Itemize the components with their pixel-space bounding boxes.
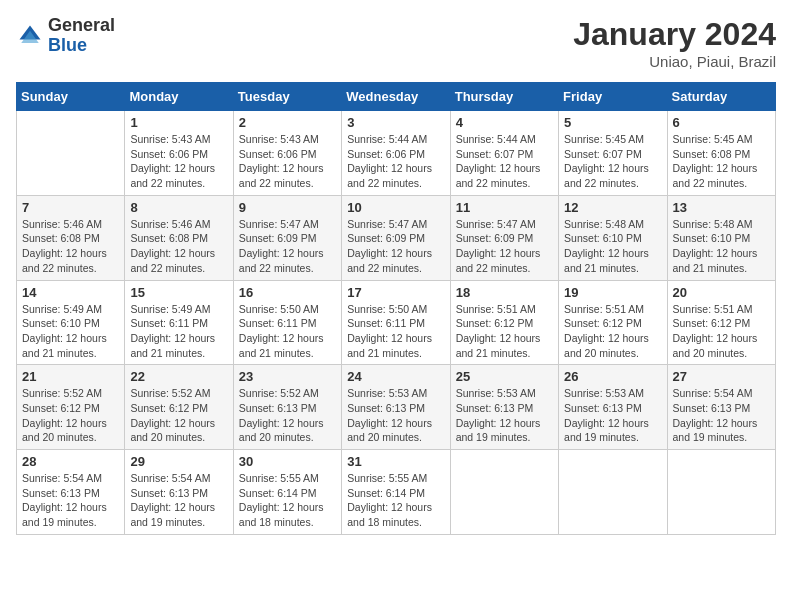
day-info: Sunrise: 5:51 AM Sunset: 6:12 PM Dayligh… <box>564 302 661 361</box>
calendar-cell: 18Sunrise: 5:51 AM Sunset: 6:12 PM Dayli… <box>450 280 558 365</box>
day-number: 1 <box>130 115 227 130</box>
day-of-week-header: Saturday <box>667 83 775 111</box>
calendar-cell: 25Sunrise: 5:53 AM Sunset: 6:13 PM Dayli… <box>450 365 558 450</box>
day-number: 23 <box>239 369 336 384</box>
calendar-cell: 21Sunrise: 5:52 AM Sunset: 6:12 PM Dayli… <box>17 365 125 450</box>
day-info: Sunrise: 5:49 AM Sunset: 6:10 PM Dayligh… <box>22 302 119 361</box>
day-number: 21 <box>22 369 119 384</box>
calendar-cell: 12Sunrise: 5:48 AM Sunset: 6:10 PM Dayli… <box>559 195 667 280</box>
calendar-cell: 20Sunrise: 5:51 AM Sunset: 6:12 PM Dayli… <box>667 280 775 365</box>
day-number: 28 <box>22 454 119 469</box>
day-number: 4 <box>456 115 553 130</box>
day-of-week-header: Sunday <box>17 83 125 111</box>
calendar-cell: 2Sunrise: 5:43 AM Sunset: 6:06 PM Daylig… <box>233 111 341 196</box>
day-number: 10 <box>347 200 444 215</box>
day-number: 6 <box>673 115 770 130</box>
day-number: 29 <box>130 454 227 469</box>
day-number: 8 <box>130 200 227 215</box>
day-number: 5 <box>564 115 661 130</box>
logo-blue: Blue <box>48 36 115 56</box>
calendar-week-row: 1Sunrise: 5:43 AM Sunset: 6:06 PM Daylig… <box>17 111 776 196</box>
calendar-cell: 19Sunrise: 5:51 AM Sunset: 6:12 PM Dayli… <box>559 280 667 365</box>
month-title: January 2024 <box>573 16 776 53</box>
calendar-cell <box>559 450 667 535</box>
calendar-week-row: 28Sunrise: 5:54 AM Sunset: 6:13 PM Dayli… <box>17 450 776 535</box>
day-number: 12 <box>564 200 661 215</box>
calendar-cell: 16Sunrise: 5:50 AM Sunset: 6:11 PM Dayli… <box>233 280 341 365</box>
day-number: 13 <box>673 200 770 215</box>
day-info: Sunrise: 5:46 AM Sunset: 6:08 PM Dayligh… <box>130 217 227 276</box>
day-info: Sunrise: 5:53 AM Sunset: 6:13 PM Dayligh… <box>347 386 444 445</box>
day-number: 27 <box>673 369 770 384</box>
day-info: Sunrise: 5:43 AM Sunset: 6:06 PM Dayligh… <box>130 132 227 191</box>
title-block: January 2024 Uniao, Piaui, Brazil <box>573 16 776 70</box>
calendar-table: SundayMondayTuesdayWednesdayThursdayFrid… <box>16 82 776 535</box>
day-number: 9 <box>239 200 336 215</box>
day-info: Sunrise: 5:50 AM Sunset: 6:11 PM Dayligh… <box>239 302 336 361</box>
calendar-cell: 23Sunrise: 5:52 AM Sunset: 6:13 PM Dayli… <box>233 365 341 450</box>
calendar-cell: 13Sunrise: 5:48 AM Sunset: 6:10 PM Dayli… <box>667 195 775 280</box>
day-info: Sunrise: 5:55 AM Sunset: 6:14 PM Dayligh… <box>347 471 444 530</box>
day-info: Sunrise: 5:48 AM Sunset: 6:10 PM Dayligh… <box>673 217 770 276</box>
day-info: Sunrise: 5:52 AM Sunset: 6:12 PM Dayligh… <box>130 386 227 445</box>
day-info: Sunrise: 5:54 AM Sunset: 6:13 PM Dayligh… <box>22 471 119 530</box>
day-of-week-header: Monday <box>125 83 233 111</box>
day-info: Sunrise: 5:52 AM Sunset: 6:12 PM Dayligh… <box>22 386 119 445</box>
day-info: Sunrise: 5:44 AM Sunset: 6:07 PM Dayligh… <box>456 132 553 191</box>
day-of-week-header: Friday <box>559 83 667 111</box>
calendar-cell: 9Sunrise: 5:47 AM Sunset: 6:09 PM Daylig… <box>233 195 341 280</box>
calendar-cell <box>17 111 125 196</box>
day-info: Sunrise: 5:53 AM Sunset: 6:13 PM Dayligh… <box>456 386 553 445</box>
calendar-cell: 29Sunrise: 5:54 AM Sunset: 6:13 PM Dayli… <box>125 450 233 535</box>
calendar-cell: 4Sunrise: 5:44 AM Sunset: 6:07 PM Daylig… <box>450 111 558 196</box>
calendar-cell: 27Sunrise: 5:54 AM Sunset: 6:13 PM Dayli… <box>667 365 775 450</box>
logo-icon <box>16 22 44 50</box>
page-header: General Blue January 2024 Uniao, Piaui, … <box>16 16 776 70</box>
day-info: Sunrise: 5:43 AM Sunset: 6:06 PM Dayligh… <box>239 132 336 191</box>
day-info: Sunrise: 5:47 AM Sunset: 6:09 PM Dayligh… <box>239 217 336 276</box>
calendar-cell: 30Sunrise: 5:55 AM Sunset: 6:14 PM Dayli… <box>233 450 341 535</box>
calendar-week-row: 14Sunrise: 5:49 AM Sunset: 6:10 PM Dayli… <box>17 280 776 365</box>
day-info: Sunrise: 5:45 AM Sunset: 6:07 PM Dayligh… <box>564 132 661 191</box>
day-number: 30 <box>239 454 336 469</box>
calendar-cell: 24Sunrise: 5:53 AM Sunset: 6:13 PM Dayli… <box>342 365 450 450</box>
day-number: 14 <box>22 285 119 300</box>
calendar-cell <box>667 450 775 535</box>
day-info: Sunrise: 5:47 AM Sunset: 6:09 PM Dayligh… <box>347 217 444 276</box>
day-info: Sunrise: 5:54 AM Sunset: 6:13 PM Dayligh… <box>130 471 227 530</box>
day-number: 20 <box>673 285 770 300</box>
day-info: Sunrise: 5:55 AM Sunset: 6:14 PM Dayligh… <box>239 471 336 530</box>
day-info: Sunrise: 5:51 AM Sunset: 6:12 PM Dayligh… <box>456 302 553 361</box>
calendar-header-row: SundayMondayTuesdayWednesdayThursdayFrid… <box>17 83 776 111</box>
day-number: 18 <box>456 285 553 300</box>
day-number: 22 <box>130 369 227 384</box>
day-info: Sunrise: 5:48 AM Sunset: 6:10 PM Dayligh… <box>564 217 661 276</box>
calendar-cell: 11Sunrise: 5:47 AM Sunset: 6:09 PM Dayli… <box>450 195 558 280</box>
calendar-cell: 6Sunrise: 5:45 AM Sunset: 6:08 PM Daylig… <box>667 111 775 196</box>
day-number: 25 <box>456 369 553 384</box>
day-info: Sunrise: 5:47 AM Sunset: 6:09 PM Dayligh… <box>456 217 553 276</box>
logo: General Blue <box>16 16 115 56</box>
calendar-week-row: 21Sunrise: 5:52 AM Sunset: 6:12 PM Dayli… <box>17 365 776 450</box>
day-number: 26 <box>564 369 661 384</box>
calendar-cell: 14Sunrise: 5:49 AM Sunset: 6:10 PM Dayli… <box>17 280 125 365</box>
calendar-cell: 31Sunrise: 5:55 AM Sunset: 6:14 PM Dayli… <box>342 450 450 535</box>
calendar-cell: 28Sunrise: 5:54 AM Sunset: 6:13 PM Dayli… <box>17 450 125 535</box>
calendar-cell: 5Sunrise: 5:45 AM Sunset: 6:07 PM Daylig… <box>559 111 667 196</box>
logo-general: General <box>48 16 115 36</box>
calendar-cell: 1Sunrise: 5:43 AM Sunset: 6:06 PM Daylig… <box>125 111 233 196</box>
day-of-week-header: Tuesday <box>233 83 341 111</box>
day-number: 17 <box>347 285 444 300</box>
day-info: Sunrise: 5:45 AM Sunset: 6:08 PM Dayligh… <box>673 132 770 191</box>
day-info: Sunrise: 5:44 AM Sunset: 6:06 PM Dayligh… <box>347 132 444 191</box>
calendar-week-row: 7Sunrise: 5:46 AM Sunset: 6:08 PM Daylig… <box>17 195 776 280</box>
calendar-cell: 7Sunrise: 5:46 AM Sunset: 6:08 PM Daylig… <box>17 195 125 280</box>
calendar-cell <box>450 450 558 535</box>
calendar-cell: 17Sunrise: 5:50 AM Sunset: 6:11 PM Dayli… <box>342 280 450 365</box>
calendar-cell: 22Sunrise: 5:52 AM Sunset: 6:12 PM Dayli… <box>125 365 233 450</box>
day-number: 16 <box>239 285 336 300</box>
logo-text: General Blue <box>48 16 115 56</box>
day-number: 24 <box>347 369 444 384</box>
day-number: 3 <box>347 115 444 130</box>
day-info: Sunrise: 5:53 AM Sunset: 6:13 PM Dayligh… <box>564 386 661 445</box>
